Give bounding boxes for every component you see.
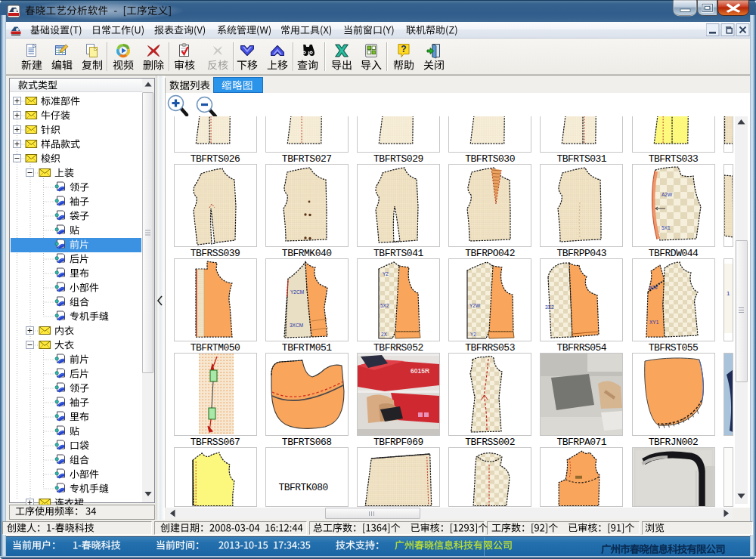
svg-text:2X: 2X bbox=[381, 332, 388, 337]
svg-text:1: 1 bbox=[727, 290, 730, 297]
svg-text:3XCM: 3XCM bbox=[290, 323, 303, 328]
svg-text:a2#: a2# bbox=[649, 285, 658, 290]
svg-text:Y2: Y2 bbox=[383, 271, 389, 276]
svg-text:XY1: XY1 bbox=[649, 320, 659, 325]
svg-text:A2W: A2W bbox=[662, 192, 673, 197]
svg-text:5X1: 5X1 bbox=[662, 225, 671, 230]
svg-text:5X2: 5X2 bbox=[380, 303, 389, 308]
svg-text:3X2: 3X2 bbox=[545, 304, 554, 310]
svg-text:TBFRTK080: TBFRTK080 bbox=[278, 481, 327, 493]
svg-text:?: ? bbox=[401, 44, 406, 54]
svg-text:6015R: 6015R bbox=[411, 367, 429, 375]
svg-text:Y2W: Y2W bbox=[469, 303, 481, 308]
svg-text:Y2CM: Y2CM bbox=[290, 289, 304, 295]
svg-text:Y2: Y2 bbox=[470, 332, 476, 337]
